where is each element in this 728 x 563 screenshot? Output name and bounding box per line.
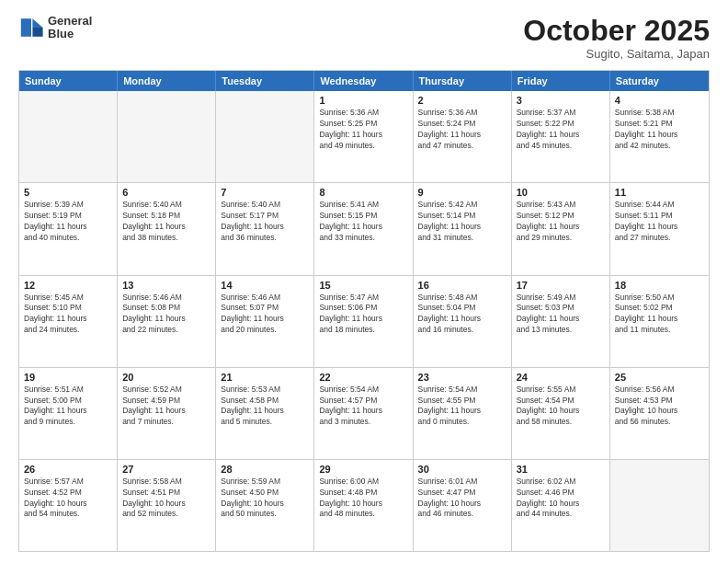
calendar-cell: 30Sunrise: 6:01 AM Sunset: 4:47 PM Dayli… <box>414 460 512 551</box>
day-detail: Sunrise: 5:36 AM Sunset: 5:25 PM Dayligh… <box>319 108 407 152</box>
day-detail: Sunrise: 5:56 AM Sunset: 4:53 PM Dayligh… <box>615 385 704 429</box>
day-number: 1 <box>319 95 407 106</box>
day-number: 2 <box>418 95 506 106</box>
calendar-cell: 23Sunrise: 5:54 AM Sunset: 4:55 PM Dayli… <box>414 368 512 459</box>
day-number: 26 <box>24 464 112 475</box>
calendar-cell: 21Sunrise: 5:53 AM Sunset: 4:58 PM Dayli… <box>216 368 314 459</box>
day-number: 17 <box>517 280 605 291</box>
day-detail: Sunrise: 5:52 AM Sunset: 4:59 PM Dayligh… <box>122 385 210 429</box>
title-block: October 2025 Sugito, Saitama, Japan <box>523 15 710 61</box>
calendar-cell: 27Sunrise: 5:58 AM Sunset: 4:51 PM Dayli… <box>118 460 216 551</box>
calendar-cell: 19Sunrise: 5:51 AM Sunset: 5:00 PM Dayli… <box>19 368 118 459</box>
svg-marker-2 <box>32 28 42 37</box>
calendar-cell <box>610 460 709 551</box>
calendar-cell: 3Sunrise: 5:37 AM Sunset: 5:22 PM Daylig… <box>512 91 610 182</box>
calendar-cell: 4Sunrise: 5:38 AM Sunset: 5:21 PM Daylig… <box>610 91 709 182</box>
day-detail: Sunrise: 5:41 AM Sunset: 5:15 PM Dayligh… <box>319 200 407 244</box>
day-detail: Sunrise: 5:51 AM Sunset: 5:00 PM Dayligh… <box>24 385 112 429</box>
calendar-cell: 16Sunrise: 5:48 AM Sunset: 5:04 PM Dayli… <box>414 276 512 367</box>
calendar-cell: 15Sunrise: 5:47 AM Sunset: 5:06 PM Dayli… <box>314 276 413 367</box>
day-number: 18 <box>615 280 704 291</box>
day-number: 21 <box>221 372 309 383</box>
header: General Blue October 2025 Sugito, Saitam… <box>18 15 710 61</box>
day-detail: Sunrise: 5:54 AM Sunset: 4:55 PM Dayligh… <box>418 385 506 429</box>
weekday-header: Monday <box>118 71 216 91</box>
day-number: 8 <box>319 187 407 198</box>
day-detail: Sunrise: 5:58 AM Sunset: 4:51 PM Dayligh… <box>122 477 210 521</box>
calendar-cell: 5Sunrise: 5:39 AM Sunset: 5:19 PM Daylig… <box>19 183 118 274</box>
page: General Blue October 2025 Sugito, Saitam… <box>0 0 728 563</box>
day-number: 19 <box>24 372 112 383</box>
calendar-cell <box>118 91 216 182</box>
day-number: 28 <box>221 464 309 475</box>
day-detail: Sunrise: 5:53 AM Sunset: 4:58 PM Dayligh… <box>221 385 309 429</box>
day-number: 22 <box>319 372 407 383</box>
calendar-cell: 1Sunrise: 5:36 AM Sunset: 5:25 PM Daylig… <box>314 91 413 182</box>
day-number: 6 <box>122 187 210 198</box>
day-number: 20 <box>122 372 210 383</box>
calendar-cell <box>19 91 118 182</box>
day-detail: Sunrise: 5:40 AM Sunset: 5:17 PM Dayligh… <box>221 200 309 244</box>
day-number: 29 <box>319 464 407 475</box>
calendar-cell: 10Sunrise: 5:43 AM Sunset: 5:12 PM Dayli… <box>512 183 610 274</box>
day-detail: Sunrise: 5:39 AM Sunset: 5:19 PM Dayligh… <box>24 200 112 244</box>
calendar-cell: 25Sunrise: 5:56 AM Sunset: 4:53 PM Dayli… <box>610 368 709 459</box>
day-number: 23 <box>418 372 506 383</box>
calendar-row: 12Sunrise: 5:45 AM Sunset: 5:10 PM Dayli… <box>19 275 709 367</box>
calendar-cell <box>216 91 314 182</box>
weekday-header: Thursday <box>414 71 512 91</box>
calendar-cell: 29Sunrise: 6:00 AM Sunset: 4:48 PM Dayli… <box>314 460 413 551</box>
day-number: 27 <box>122 464 210 475</box>
day-detail: Sunrise: 5:50 AM Sunset: 5:02 PM Dayligh… <box>615 293 704 337</box>
calendar-cell: 12Sunrise: 5:45 AM Sunset: 5:10 PM Dayli… <box>19 276 118 367</box>
calendar-cell: 26Sunrise: 5:57 AM Sunset: 4:52 PM Dayli… <box>19 460 118 551</box>
day-detail: Sunrise: 5:54 AM Sunset: 4:57 PM Dayligh… <box>319 385 407 429</box>
day-number: 15 <box>319 280 407 291</box>
logo-line1: General <box>48 15 92 28</box>
calendar-row: 5Sunrise: 5:39 AM Sunset: 5:19 PM Daylig… <box>19 182 709 274</box>
calendar: SundayMondayTuesdayWednesdayThursdayFrid… <box>18 70 710 552</box>
day-detail: Sunrise: 5:36 AM Sunset: 5:24 PM Dayligh… <box>418 108 506 152</box>
calendar-cell: 28Sunrise: 5:59 AM Sunset: 4:50 PM Dayli… <box>216 460 314 551</box>
day-detail: Sunrise: 5:44 AM Sunset: 5:11 PM Dayligh… <box>615 200 704 244</box>
weekday-header: Saturday <box>610 71 709 91</box>
weekday-header: Tuesday <box>216 71 314 91</box>
calendar-cell: 20Sunrise: 5:52 AM Sunset: 4:59 PM Dayli… <box>118 368 216 459</box>
day-detail: Sunrise: 6:02 AM Sunset: 4:46 PM Dayligh… <box>517 477 605 521</box>
calendar-cell: 13Sunrise: 5:46 AM Sunset: 5:08 PM Dayli… <box>118 276 216 367</box>
day-detail: Sunrise: 5:45 AM Sunset: 5:10 PM Dayligh… <box>24 293 112 337</box>
day-detail: Sunrise: 6:00 AM Sunset: 4:48 PM Dayligh… <box>319 477 407 521</box>
day-number: 10 <box>517 187 605 198</box>
logo: General Blue <box>18 15 92 41</box>
day-detail: Sunrise: 5:43 AM Sunset: 5:12 PM Dayligh… <box>517 200 605 244</box>
calendar-cell: 24Sunrise: 5:55 AM Sunset: 4:54 PM Dayli… <box>512 368 610 459</box>
logo-line2: Blue <box>48 28 92 40</box>
calendar-cell: 9Sunrise: 5:42 AM Sunset: 5:14 PM Daylig… <box>414 183 512 274</box>
calendar-cell: 8Sunrise: 5:41 AM Sunset: 5:15 PM Daylig… <box>314 183 413 274</box>
calendar-header: SundayMondayTuesdayWednesdayThursdayFrid… <box>19 71 709 91</box>
logo-icon <box>18 15 44 40</box>
day-number: 14 <box>221 280 309 291</box>
day-detail: Sunrise: 5:49 AM Sunset: 5:03 PM Dayligh… <box>517 293 605 337</box>
svg-rect-3 <box>21 18 31 37</box>
day-number: 4 <box>615 95 704 106</box>
calendar-cell: 31Sunrise: 6:02 AM Sunset: 4:46 PM Dayli… <box>512 460 610 551</box>
calendar-cell: 6Sunrise: 5:40 AM Sunset: 5:18 PM Daylig… <box>118 183 216 274</box>
calendar-cell: 22Sunrise: 5:54 AM Sunset: 4:57 PM Dayli… <box>314 368 413 459</box>
day-number: 30 <box>418 464 506 475</box>
day-number: 9 <box>418 187 506 198</box>
day-number: 3 <box>517 95 605 106</box>
day-detail: Sunrise: 5:57 AM Sunset: 4:52 PM Dayligh… <box>24 477 112 521</box>
day-number: 11 <box>615 187 704 198</box>
day-number: 7 <box>221 187 309 198</box>
weekday-header: Wednesday <box>314 71 413 91</box>
day-number: 31 <box>517 464 605 475</box>
day-number: 16 <box>418 280 506 291</box>
calendar-cell: 17Sunrise: 5:49 AM Sunset: 5:03 PM Dayli… <box>512 276 610 367</box>
weekday-header: Sunday <box>19 71 118 91</box>
day-detail: Sunrise: 6:01 AM Sunset: 4:47 PM Dayligh… <box>418 477 506 521</box>
logo-text: General Blue <box>48 15 92 41</box>
calendar-cell: 7Sunrise: 5:40 AM Sunset: 5:17 PM Daylig… <box>216 183 314 274</box>
calendar-cell: 2Sunrise: 5:36 AM Sunset: 5:24 PM Daylig… <box>414 91 512 182</box>
calendar-row: 26Sunrise: 5:57 AM Sunset: 4:52 PM Dayli… <box>19 459 709 551</box>
